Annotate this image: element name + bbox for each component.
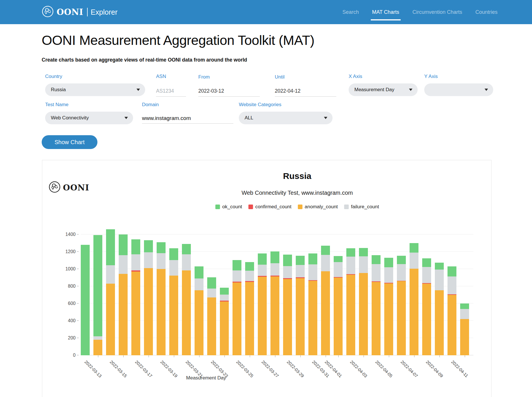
bar-segment-anomaly_count[interactable] xyxy=(334,278,343,355)
bar-segment-anomaly_count[interactable] xyxy=(182,270,191,356)
bar-segment-failure_count[interactable] xyxy=(157,253,166,269)
bar-segment-failure_count[interactable] xyxy=(359,256,368,273)
asn-input[interactable] xyxy=(156,86,186,97)
until-date-input[interactable] xyxy=(275,86,336,97)
bar-segment-failure_count[interactable] xyxy=(245,271,254,281)
bar-segment-anomaly_count[interactable] xyxy=(384,283,393,356)
bar-segment-anomaly_count[interactable] xyxy=(220,301,229,356)
bar-segment-anomaly_count[interactable] xyxy=(359,273,368,356)
bar-segment-anomaly_count[interactable] xyxy=(321,271,330,356)
bar-segment-anomaly_count[interactable] xyxy=(93,340,102,355)
bar-2022-03-15[interactable] xyxy=(119,223,128,355)
bar-segment-confirmed_count[interactable] xyxy=(384,283,393,283)
bar-segment-failure_count[interactable] xyxy=(346,257,355,274)
bar-segment-anomaly_count[interactable] xyxy=(207,297,216,355)
bar-2022-03-18[interactable] xyxy=(157,223,166,355)
bar-2022-03-30[interactable] xyxy=(308,223,317,355)
bar-segment-failure_count[interactable] xyxy=(460,309,469,319)
bar-2022-03-31[interactable] xyxy=(321,223,330,355)
bar-segment-anomaly_count[interactable] xyxy=(397,281,406,355)
bar-segment-ok_count[interactable] xyxy=(435,263,444,269)
bar-segment-anomaly_count[interactable] xyxy=(460,319,469,355)
bar-segment-anomaly_count[interactable] xyxy=(372,282,381,355)
bar-2022-04-05[interactable] xyxy=(384,223,393,355)
bar-segment-ok_count[interactable] xyxy=(157,242,166,253)
bar-segment-failure_count[interactable] xyxy=(258,265,267,276)
bar-segment-confirmed_count[interactable] xyxy=(270,276,279,276)
bar-segment-failure_count[interactable] xyxy=(448,276,456,294)
bar-segment-ok_count[interactable] xyxy=(245,262,254,271)
bar-segment-confirmed_count[interactable] xyxy=(296,277,305,278)
bar-segment-confirmed_count[interactable] xyxy=(258,276,267,277)
brand[interactable]: OONI Explorer xyxy=(42,0,118,24)
bar-segment-failure_count[interactable] xyxy=(119,255,128,274)
bar-segment-ok_count[interactable] xyxy=(182,244,191,254)
bar-segment-ok_count[interactable] xyxy=(308,253,317,264)
bar-segment-ok_count[interactable] xyxy=(207,277,216,289)
bar-segment-confirmed_count[interactable] xyxy=(422,283,431,284)
bar-segment-failure_count[interactable] xyxy=(397,264,406,281)
bar-2022-03-12[interactable] xyxy=(81,223,90,355)
bar-segment-ok_count[interactable] xyxy=(283,255,292,266)
test-name-select[interactable]: Web Connectivity xyxy=(45,112,133,124)
bar-segment-failure_count[interactable] xyxy=(169,260,178,276)
show-chart-button[interactable]: Show Chart xyxy=(42,135,97,149)
bar-segment-ok_count[interactable] xyxy=(372,255,381,264)
bar-segment-failure_count[interactable] xyxy=(321,255,330,271)
bar-segment-ok_count[interactable] xyxy=(195,266,203,278)
bar-2022-04-08[interactable] xyxy=(422,223,431,355)
bar-2022-04-01[interactable] xyxy=(334,223,343,355)
bar-segment-ok_count[interactable] xyxy=(384,258,393,267)
bar-segment-confirmed_count[interactable] xyxy=(346,274,355,275)
bar-segment-ok_count[interactable] xyxy=(131,239,140,255)
bar-segment-confirmed_count[interactable] xyxy=(397,281,406,281)
bar-segment-ok_count[interactable] xyxy=(233,260,241,270)
bar-2022-03-17[interactable] xyxy=(144,223,153,355)
bar-segment-confirmed_count[interactable] xyxy=(233,282,241,282)
bar-2022-03-27[interactable] xyxy=(270,223,279,355)
bar-segment-anomaly_count[interactable] xyxy=(131,272,140,355)
website-categories-select[interactable]: ALL xyxy=(239,112,333,124)
from-date-input[interactable] xyxy=(198,86,260,97)
bar-2022-04-10[interactable] xyxy=(448,223,456,355)
bar-2022-03-16[interactable] xyxy=(131,223,140,355)
bar-segment-failure_count[interactable] xyxy=(233,270,241,282)
bar-segment-anomaly_count[interactable] xyxy=(410,269,418,356)
bar-segment-failure_count[interactable] xyxy=(410,253,418,269)
bar-segment-ok_count[interactable] xyxy=(334,256,343,262)
bar-2022-03-13[interactable] xyxy=(93,223,102,355)
bar-2022-04-11[interactable] xyxy=(460,223,469,355)
bar-segment-failure_count[interactable] xyxy=(220,295,229,301)
bar-segment-confirmed_count[interactable] xyxy=(334,277,343,278)
bar-segment-anomaly_count[interactable] xyxy=(245,282,254,355)
bar-segment-anomaly_count[interactable] xyxy=(283,279,292,356)
bar-2022-03-29[interactable] xyxy=(296,223,305,355)
bar-2022-03-28[interactable] xyxy=(283,223,292,355)
bar-segment-anomaly_count[interactable] xyxy=(258,277,267,355)
bar-segment-failure_count[interactable] xyxy=(422,267,431,283)
bar-2022-03-21[interactable] xyxy=(195,223,203,355)
bar-segment-failure_count[interactable] xyxy=(207,289,216,298)
domain-input[interactable] xyxy=(142,113,233,124)
bar-segment-anomaly_count[interactable] xyxy=(106,284,115,355)
nav-link-countries[interactable]: Countries xyxy=(475,7,498,17)
nav-link-circumvention-charts[interactable]: Circumvention Charts xyxy=(412,7,463,17)
bar-2022-04-09[interactable] xyxy=(435,223,444,355)
bar-2022-03-26[interactable] xyxy=(258,223,267,355)
bar-segment-anomaly_count[interactable] xyxy=(270,276,279,356)
y-axis-select[interactable] xyxy=(424,83,493,96)
bar-segment-anomaly_count[interactable] xyxy=(422,284,431,355)
bar-segment-failure_count[interactable] xyxy=(308,264,317,280)
bar-segment-failure_count[interactable] xyxy=(182,254,191,270)
bar-segment-ok_count[interactable] xyxy=(359,248,368,256)
bar-2022-03-24[interactable] xyxy=(233,223,241,355)
bar-segment-failure_count[interactable] xyxy=(296,265,305,278)
bar-segment-ok_count[interactable] xyxy=(346,248,355,257)
bar-2022-03-22[interactable] xyxy=(207,223,216,355)
bar-segment-confirmed_count[interactable] xyxy=(448,294,456,295)
bar-segment-anomaly_count[interactable] xyxy=(233,283,241,356)
bar-segment-ok_count[interactable] xyxy=(410,243,418,253)
bar-segment-failure_count[interactable] xyxy=(131,254,140,270)
nav-link-search[interactable]: Search xyxy=(342,7,359,17)
bar-segment-ok_count[interactable] xyxy=(119,234,128,255)
